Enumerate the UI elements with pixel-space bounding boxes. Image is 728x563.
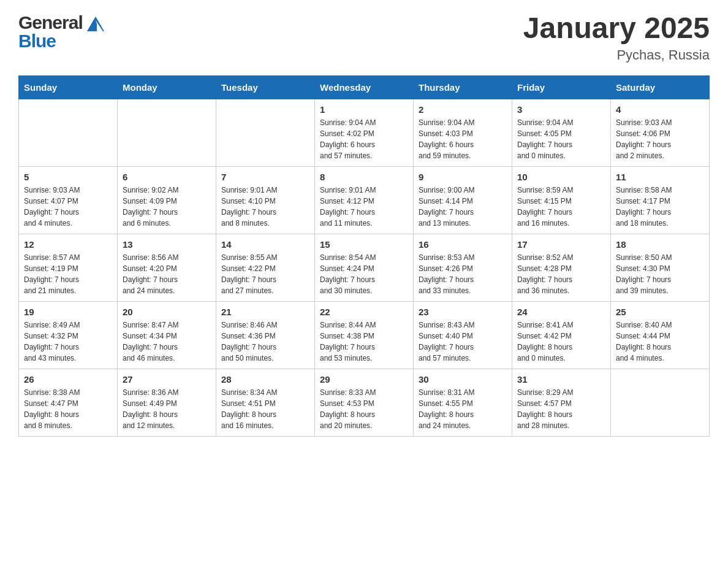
day-info: Sunrise: 9:00 AMSunset: 4:14 PMDaylight:… [419, 185, 507, 229]
day-number: 7 [221, 172, 309, 182]
day-number: 10 [517, 172, 605, 182]
calendar-cell: 3Sunrise: 9:04 AMSunset: 4:05 PMDaylight… [512, 99, 611, 166]
calendar-cell: 7Sunrise: 9:01 AMSunset: 4:10 PMDaylight… [216, 166, 315, 234]
day-info: Sunrise: 9:04 AMSunset: 4:05 PMDaylight:… [517, 117, 605, 161]
day-info: Sunrise: 9:04 AMSunset: 4:03 PMDaylight:… [419, 117, 507, 161]
calendar-cell: 11Sunrise: 8:58 AMSunset: 4:17 PMDayligh… [611, 166, 710, 234]
day-number: 3 [517, 104, 605, 115]
day-info: Sunrise: 8:53 AMSunset: 4:26 PMDaylight:… [419, 252, 507, 296]
calendar-table: Sunday Monday Tuesday Wednesday Thursday… [18, 75, 710, 437]
day-info: Sunrise: 8:57 AMSunset: 4:19 PMDaylight:… [24, 252, 112, 296]
calendar-cell: 13Sunrise: 8:56 AMSunset: 4:20 PMDayligh… [118, 234, 216, 301]
day-number: 25 [616, 307, 704, 317]
day-info: Sunrise: 8:54 AMSunset: 4:24 PMDaylight:… [320, 252, 408, 296]
calendar-cell: 25Sunrise: 8:40 AMSunset: 4:44 PMDayligh… [611, 301, 710, 369]
calendar-cell: 15Sunrise: 8:54 AMSunset: 4:24 PMDayligh… [315, 234, 414, 301]
calendar-cell [19, 99, 118, 166]
calendar-cell: 17Sunrise: 8:52 AMSunset: 4:28 PMDayligh… [512, 234, 611, 301]
calendar-cell: 20Sunrise: 8:47 AMSunset: 4:34 PMDayligh… [118, 301, 216, 369]
header-tuesday: Tuesday [216, 75, 315, 99]
day-number: 17 [517, 239, 605, 250]
calendar-week-row: 19Sunrise: 8:49 AMSunset: 4:32 PMDayligh… [19, 301, 710, 369]
day-info: Sunrise: 8:41 AMSunset: 4:42 PMDaylight:… [517, 320, 605, 364]
calendar-cell: 6Sunrise: 9:02 AMSunset: 4:09 PMDaylight… [118, 166, 216, 234]
calendar-cell: 1Sunrise: 9:04 AMSunset: 4:02 PMDaylight… [315, 99, 414, 166]
calendar-cell: 28Sunrise: 8:34 AMSunset: 4:51 PMDayligh… [216, 369, 315, 436]
calendar-week-row: 26Sunrise: 8:38 AMSunset: 4:47 PMDayligh… [19, 369, 710, 436]
calendar-cell: 16Sunrise: 8:53 AMSunset: 4:26 PMDayligh… [414, 234, 512, 301]
calendar-cell: 12Sunrise: 8:57 AMSunset: 4:19 PMDayligh… [19, 234, 118, 301]
header-saturday: Saturday [611, 75, 710, 99]
day-number: 27 [123, 374, 211, 385]
header-sunday: Sunday [19, 75, 118, 99]
day-number: 5 [24, 172, 112, 182]
day-info: Sunrise: 8:56 AMSunset: 4:20 PMDaylight:… [123, 252, 211, 296]
day-info: Sunrise: 8:43 AMSunset: 4:40 PMDaylight:… [419, 320, 507, 364]
day-info: Sunrise: 8:58 AMSunset: 4:17 PMDaylight:… [616, 185, 704, 229]
calendar-cell: 24Sunrise: 8:41 AMSunset: 4:42 PMDayligh… [512, 301, 611, 369]
day-number: 29 [320, 374, 408, 385]
calendar-cell [216, 99, 315, 166]
day-info: Sunrise: 8:46 AMSunset: 4:36 PMDaylight:… [221, 320, 309, 364]
weekday-header-row: Sunday Monday Tuesday Wednesday Thursday… [19, 75, 710, 99]
calendar-cell: 26Sunrise: 8:38 AMSunset: 4:47 PMDayligh… [19, 369, 118, 436]
day-number: 28 [221, 374, 309, 385]
day-number: 13 [123, 239, 211, 250]
day-number: 18 [616, 239, 704, 250]
day-info: Sunrise: 8:29 AMSunset: 4:57 PMDaylight:… [517, 387, 605, 431]
day-number: 15 [320, 239, 408, 250]
calendar-cell: 4Sunrise: 9:03 AMSunset: 4:06 PMDaylight… [611, 99, 710, 166]
calendar-cell: 5Sunrise: 9:03 AMSunset: 4:07 PMDaylight… [19, 166, 118, 234]
day-number: 6 [123, 172, 211, 182]
calendar-week-row: 12Sunrise: 8:57 AMSunset: 4:19 PMDayligh… [19, 234, 710, 301]
day-info: Sunrise: 9:02 AMSunset: 4:09 PMDaylight:… [123, 185, 211, 229]
page-header: General Blue January 2025 Pychas, Russia [18, 12, 710, 63]
day-info: Sunrise: 9:04 AMSunset: 4:02 PMDaylight:… [320, 117, 408, 161]
calendar-week-row: 5Sunrise: 9:03 AMSunset: 4:07 PMDaylight… [19, 166, 710, 234]
day-info: Sunrise: 8:59 AMSunset: 4:15 PMDaylight:… [517, 185, 605, 229]
calendar-subtitle: Pychas, Russia [523, 47, 710, 63]
day-info: Sunrise: 8:44 AMSunset: 4:38 PMDaylight:… [320, 320, 408, 364]
calendar-cell: 8Sunrise: 9:01 AMSunset: 4:12 PMDaylight… [315, 166, 414, 234]
header-monday: Monday [118, 75, 216, 99]
logo-blue-text: Blue [18, 31, 56, 52]
day-number: 24 [517, 307, 605, 317]
day-info: Sunrise: 8:52 AMSunset: 4:28 PMDaylight:… [517, 252, 605, 296]
day-number: 4 [616, 104, 704, 115]
day-info: Sunrise: 8:55 AMSunset: 4:22 PMDaylight:… [221, 252, 309, 296]
logo: General Blue [18, 12, 107, 52]
day-info: Sunrise: 9:01 AMSunset: 4:10 PMDaylight:… [221, 185, 309, 229]
day-number: 16 [419, 239, 507, 250]
day-number: 2 [419, 104, 507, 115]
header-thursday: Thursday [414, 75, 512, 99]
calendar-cell: 22Sunrise: 8:44 AMSunset: 4:38 PMDayligh… [315, 301, 414, 369]
calendar-cell: 10Sunrise: 8:59 AMSunset: 4:15 PMDayligh… [512, 166, 611, 234]
calendar-title: January 2025 [523, 12, 710, 45]
day-number: 1 [320, 104, 408, 115]
calendar-cell: 21Sunrise: 8:46 AMSunset: 4:36 PMDayligh… [216, 301, 315, 369]
day-info: Sunrise: 8:40 AMSunset: 4:44 PMDaylight:… [616, 320, 704, 364]
calendar-title-area: January 2025 Pychas, Russia [523, 12, 710, 63]
calendar-cell: 19Sunrise: 8:49 AMSunset: 4:32 PMDayligh… [19, 301, 118, 369]
logo-triangle-icon [85, 14, 107, 33]
header-friday: Friday [512, 75, 611, 99]
day-info: Sunrise: 8:36 AMSunset: 4:49 PMDaylight:… [123, 387, 211, 431]
day-info: Sunrise: 8:49 AMSunset: 4:32 PMDaylight:… [24, 320, 112, 364]
calendar-week-row: 1Sunrise: 9:04 AMSunset: 4:02 PMDaylight… [19, 99, 710, 166]
day-info: Sunrise: 8:33 AMSunset: 4:53 PMDaylight:… [320, 387, 408, 431]
day-number: 30 [419, 374, 507, 385]
day-number: 31 [517, 374, 605, 385]
day-number: 26 [24, 374, 112, 385]
day-number: 9 [419, 172, 507, 182]
day-number: 19 [24, 307, 112, 317]
calendar-cell: 9Sunrise: 9:00 AMSunset: 4:14 PMDaylight… [414, 166, 512, 234]
logo-general-text: General [18, 12, 83, 33]
day-number: 14 [221, 239, 309, 250]
day-info: Sunrise: 9:03 AMSunset: 4:06 PMDaylight:… [616, 117, 704, 161]
calendar-cell: 30Sunrise: 8:31 AMSunset: 4:55 PMDayligh… [414, 369, 512, 436]
calendar-cell [611, 369, 710, 436]
calendar-cell: 23Sunrise: 8:43 AMSunset: 4:40 PMDayligh… [414, 301, 512, 369]
calendar-cell: 2Sunrise: 9:04 AMSunset: 4:03 PMDaylight… [414, 99, 512, 166]
calendar-cell: 27Sunrise: 8:36 AMSunset: 4:49 PMDayligh… [118, 369, 216, 436]
day-info: Sunrise: 8:50 AMSunset: 4:30 PMDaylight:… [616, 252, 704, 296]
